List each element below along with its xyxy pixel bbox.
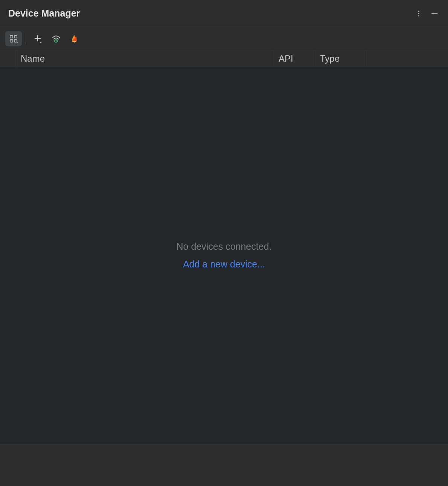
svg-rect-7 bbox=[14, 39, 17, 42]
content-area: No devices connected. Add a new device..… bbox=[0, 67, 448, 444]
toolbar-separator bbox=[26, 33, 26, 44]
svg-point-0 bbox=[418, 11, 419, 12]
svg-rect-4 bbox=[10, 35, 13, 38]
column-api[interactable]: API bbox=[274, 50, 315, 67]
minimize-button[interactable] bbox=[428, 7, 441, 20]
svg-rect-5 bbox=[14, 35, 17, 38]
svg-rect-6 bbox=[10, 39, 13, 42]
configure-devices-button[interactable] bbox=[5, 31, 22, 46]
title-actions bbox=[412, 7, 441, 20]
titlebar: Device Manager bbox=[0, 0, 448, 27]
add-new-device-link[interactable]: Add a new device... bbox=[183, 259, 265, 270]
column-select[interactable] bbox=[0, 50, 16, 67]
plus-icon bbox=[33, 33, 43, 44]
svg-point-2 bbox=[418, 15, 419, 16]
more-vertical-icon bbox=[415, 10, 422, 17]
table-header: Name API Type bbox=[0, 50, 448, 67]
column-type[interactable]: Type bbox=[315, 50, 367, 67]
footer bbox=[0, 444, 448, 486]
column-name[interactable]: Name bbox=[16, 50, 274, 67]
panel-title: Device Manager bbox=[8, 8, 80, 19]
wifi-pair-icon bbox=[50, 33, 62, 44]
toolbar bbox=[0, 27, 448, 50]
svg-point-1 bbox=[418, 13, 419, 14]
empty-state-message: No devices connected. bbox=[177, 241, 272, 252]
firebase-icon bbox=[69, 34, 79, 44]
add-device-button[interactable] bbox=[30, 31, 46, 46]
grid-icon bbox=[9, 34, 18, 44]
firebase-button[interactable] bbox=[66, 31, 82, 46]
pair-wifi-button[interactable] bbox=[48, 31, 64, 46]
column-actions bbox=[367, 50, 448, 67]
minimize-icon bbox=[430, 9, 439, 18]
more-options-button[interactable] bbox=[412, 7, 425, 20]
